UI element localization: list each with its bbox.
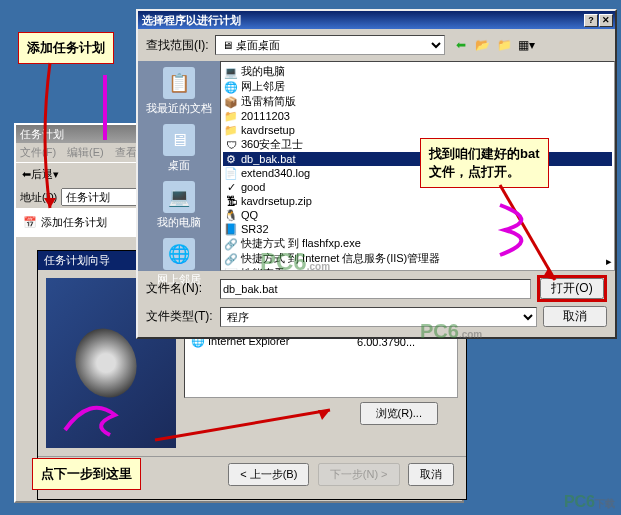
open-button-highlight: 打开(O) xyxy=(537,275,607,302)
file-icon: 🗜 xyxy=(224,194,238,208)
callout-add-task: 添加任务计划 xyxy=(18,32,114,64)
file-list-area[interactable]: 💻我的电脑🌐网上邻居📦迅雷精简版📁20111203📁kavdrsetup🛡360… xyxy=(220,61,615,271)
file-name: db_bak.bat xyxy=(241,153,295,165)
file-icon: 📁 xyxy=(224,123,238,137)
callout-find-bat: 找到咱们建好的bat 文件，点打开。 xyxy=(420,138,549,188)
computer-icon: 💻 xyxy=(163,181,195,213)
file-item[interactable]: ⚙db_bak.bat xyxy=(223,152,612,166)
menu-edit[interactable]: 编辑(E) xyxy=(67,146,104,158)
file-item[interactable]: 📘SR32 xyxy=(223,222,612,236)
cancel-button[interactable]: 取消 xyxy=(543,306,607,327)
lookin-row: 查找范围(I): 🖥 桌面桌面 ⬅ 📂 📁 ▦▾ xyxy=(138,29,615,61)
file-name: kavdrsetup xyxy=(241,124,295,136)
file-name: good xyxy=(241,181,265,193)
calendar-plus-icon: 📅 xyxy=(23,216,37,229)
file-icon: 📦 xyxy=(224,95,238,109)
file-item[interactable]: 📄extend340.log xyxy=(223,166,612,180)
menu-view[interactable]: 查看 xyxy=(115,146,137,158)
filename-label: 文件名(N): xyxy=(146,280,214,297)
up-icon[interactable]: 📂 xyxy=(473,35,493,55)
filetype-label: 文件类型(T): xyxy=(146,308,214,325)
place-desktop[interactable]: 🖥桌面 xyxy=(163,124,195,173)
file-item[interactable]: ✓good xyxy=(223,180,612,194)
place-recent[interactable]: 📋我最近的文档 xyxy=(146,67,212,116)
file-item[interactable]: 🐧QQ xyxy=(223,208,612,222)
filetype-select[interactable]: 程序 xyxy=(220,307,537,327)
back-icon[interactable]: ⬅ xyxy=(451,35,471,55)
file-item[interactable]: 🌐网上邻居 xyxy=(223,79,612,94)
file-name: 20111203 xyxy=(241,110,290,122)
wizard-next-button: 下一步(N) > xyxy=(318,463,400,486)
watermark: PC6.com xyxy=(260,248,330,276)
file-item[interactable]: 💻我的电脑 xyxy=(223,64,612,79)
wizard-back-button[interactable]: < 上一步(B) xyxy=(228,463,309,486)
dialog-bottom: 文件名(N): 打开(O) 文件类型(T): 程序 取消 xyxy=(138,271,615,335)
add-task-label: 添加任务计划 xyxy=(41,215,107,230)
callout-next-step: 点下一步到这里 xyxy=(32,458,141,490)
file-icon: 💻 xyxy=(224,65,238,79)
file-icon: 🐧 xyxy=(224,208,238,222)
wizard-cancel-button[interactable]: 取消 xyxy=(408,463,454,486)
back-button[interactable]: ⬅ 后退 ▾ xyxy=(18,165,63,184)
file-icon: 🔗 xyxy=(224,237,238,251)
lookin-label: 查找范围(I): xyxy=(146,37,209,54)
filename-input[interactable] xyxy=(220,279,531,299)
recent-icon: 📋 xyxy=(163,67,195,99)
file-icon: 🛡 xyxy=(224,138,238,152)
watermark: PC6下载 xyxy=(564,493,615,511)
task-window-title: 任务计划 xyxy=(20,127,64,142)
close-button[interactable]: ✕ xyxy=(599,14,613,27)
file-item[interactable]: 🗜kavdrsetup.zip xyxy=(223,194,612,208)
file-item[interactable]: 📦迅雷精简版 xyxy=(223,94,612,109)
file-item[interactable]: 📁20111203 xyxy=(223,109,612,123)
toolbar-icons: ⬅ 📂 📁 ▦▾ xyxy=(451,35,537,55)
new-folder-icon[interactable]: 📁 xyxy=(495,35,515,55)
file-item[interactable]: 📁kavdrsetup xyxy=(223,123,612,137)
file-name: 360安全卫士 xyxy=(241,137,303,152)
file-name: QQ xyxy=(241,209,258,221)
browse-button[interactable]: 浏览(R)... xyxy=(360,402,438,425)
desktop-icon: 🖥 xyxy=(163,124,195,156)
file-item[interactable]: 🛡360安全卫士 xyxy=(223,137,612,152)
dialog-title: 选择程序以进行计划 xyxy=(142,13,241,28)
watermark: PC6.com xyxy=(420,320,482,343)
help-button[interactable]: ? xyxy=(584,14,598,27)
file-icon: 📁 xyxy=(224,109,238,123)
place-mycomputer[interactable]: 💻我的电脑 xyxy=(157,181,201,230)
file-icon: 📘 xyxy=(224,222,238,236)
file-icon: 🌐 xyxy=(224,80,238,94)
network-icon: 🌐 xyxy=(163,238,195,270)
file-name: kavdrsetup.zip xyxy=(241,195,312,207)
file-name: SR32 xyxy=(241,223,269,235)
file-name: extend340.log xyxy=(241,167,310,179)
file-icon: ⚙ xyxy=(224,152,238,166)
file-name: 网上邻居 xyxy=(241,79,285,94)
address-label: 地址(D) xyxy=(20,190,57,205)
places-bar: 📋我最近的文档 🖥桌面 💻我的电脑 🌐网上邻居 xyxy=(138,61,220,271)
menu-file[interactable]: 文件(F) xyxy=(20,146,56,158)
file-icon: 📊 xyxy=(224,267,238,272)
views-icon[interactable]: ▦▾ xyxy=(517,35,537,55)
lookin-select[interactable]: 🖥 桌面桌面 xyxy=(215,35,445,55)
file-icon: 🔗 xyxy=(224,252,238,266)
file-icon: 📄 xyxy=(224,166,238,180)
file-name: 我的电脑 xyxy=(241,64,285,79)
file-icon: ✓ xyxy=(224,180,238,194)
file-name: 迅雷精简版 xyxy=(241,94,296,109)
dialog-titlebar: 选择程序以进行计划 ? ✕ xyxy=(138,11,615,29)
open-button[interactable]: 打开(O) xyxy=(540,278,604,299)
